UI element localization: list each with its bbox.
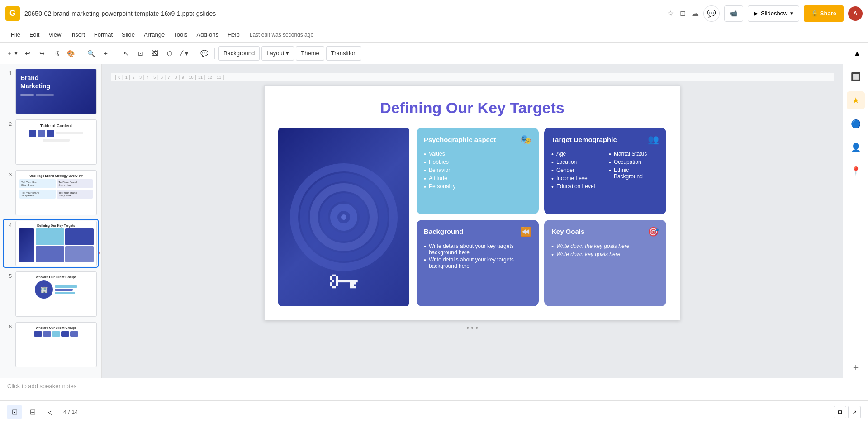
demo-item-6: Marital Status <box>609 150 659 158</box>
toolbar-right: ▲ <box>851 47 863 60</box>
keygoals-item-2: Write down key goals here <box>551 251 659 259</box>
menu-insert[interactable]: Insert <box>66 29 89 40</box>
title-right-area: 💬 📹 ▶ Slideshow ▾ 🔒 Share A <box>703 5 863 22</box>
add-button[interactable]: ＋ ▾ <box>5 46 19 61</box>
demo-item-2: Location <box>551 158 602 166</box>
add-panel-button[interactable]: ＋ <box>849 360 863 374</box>
background-card-icon: ⏪ <box>520 226 531 237</box>
background-card: Background ⏪ Write details about your ke… <box>417 220 539 307</box>
slide-num-2: 2 <box>5 119 12 127</box>
divider-2 <box>116 48 116 59</box>
layout-button[interactable]: Layout ▾ <box>261 46 294 61</box>
bottom-bar: ⊡ ⊞ ◁ 4 / 14 ⊡ ↗ <box>0 400 868 423</box>
collapse-toolbar-button[interactable]: ▲ <box>851 47 863 60</box>
keygoals-card-icon: 🎯 <box>648 226 659 237</box>
slide-thumb-3[interactable]: 3 One Page Brand Strategy Overview Tell … <box>4 169 98 216</box>
slides-panel-button[interactable]: ★ <box>847 91 865 109</box>
psychographic-item-1: Values <box>424 150 531 158</box>
main-content: 1 BrandMarketing 2 Table of Co <box>0 64 868 378</box>
keygoals-item-1: Write down the key goals here <box>551 242 659 251</box>
menu-view[interactable]: View <box>45 29 65 40</box>
menu-edit[interactable]: Edit <box>26 29 43 40</box>
keygoals-card-header: Key Goals 🎯 <box>551 226 659 237</box>
background-item-2: Write details about your key targets bac… <box>424 256 531 270</box>
psychographic-item-4: Attitude <box>424 175 531 183</box>
divider-4 <box>214 48 215 59</box>
menu-addons[interactable]: Add-ons <box>193 29 222 40</box>
transition-button[interactable]: Transition <box>326 46 362 61</box>
user-avatar[interactable]: A <box>848 6 863 21</box>
maze-image: 🗝 <box>278 128 409 306</box>
slide-body: 🗝 Psychographic aspect 🎭 Values Hobbies <box>278 128 666 306</box>
notes-area[interactable]: Click to add speaker notes <box>0 378 868 400</box>
slide-thumb-5[interactable]: 5 Who are Our Client Groups 🏢 <box>4 271 98 318</box>
slide-preview-4: Defining Our Key Targets <box>15 221 97 266</box>
demographic-card-icon: 👥 <box>648 134 659 145</box>
image-tool[interactable]: 🖼 <box>149 46 161 61</box>
expand-button[interactable]: ↗ <box>848 406 861 418</box>
google-button[interactable]: 🔵 <box>847 115 865 133</box>
document-title: 20650-02-brand-marketing-powerpoint-temp… <box>24 10 663 17</box>
slide-title-purple: Key Targets <box>478 99 564 116</box>
menu-format[interactable]: Format <box>90 29 116 40</box>
slide-canvas: Defining Our Key Targets 🗝 <box>264 85 680 320</box>
notes-placeholder: Click to add speaker notes <box>7 383 76 390</box>
zoom-in-button[interactable]: + <box>100 46 112 61</box>
undo-button[interactable]: ↩ <box>21 46 34 61</box>
background-item-1: Write details about your key targets bac… <box>424 242 531 256</box>
demographic-card: Target Demographic 👥 Age Location Gender… <box>544 128 666 214</box>
key-icon: 🗝 <box>328 266 360 297</box>
textbox-tool[interactable]: ⊡ <box>134 46 147 61</box>
share-button[interactable]: 🔒 Share <box>804 5 844 22</box>
psychographic-card-title: Psychographic aspect <box>424 136 496 143</box>
theme-button[interactable]: Theme <box>296 46 324 61</box>
slideshow-dropdown-icon: ▾ <box>790 10 793 17</box>
svg-point-5 <box>341 214 346 220</box>
meet-button[interactable]: 📹 <box>724 5 743 22</box>
comments-button[interactable]: 💬 <box>703 5 720 22</box>
zoom-out-button[interactable]: 🔍 <box>85 46 98 61</box>
menu-tools[interactable]: Tools <box>170 29 191 40</box>
bottom-right-controls: ⊡ ↗ <box>834 406 861 418</box>
demo-item-8: Ethnic Background <box>609 166 659 180</box>
background-button[interactable]: Background <box>218 46 260 61</box>
maps-button[interactable]: 📍 <box>847 162 865 180</box>
slide-thumb-1[interactable]: 1 BrandMarketing <box>4 68 98 115</box>
menu-arrange[interactable]: Arrange <box>140 29 168 40</box>
slide-thumb-2[interactable]: 2 Table of Content <box>4 119 98 166</box>
canvas-area[interactable]: │ 0 │ 1 │ 2 │ 3 │ 4 │ 5 │ 6 │ 7 │ 8 │ 9 … <box>102 64 843 378</box>
single-slide-view-button[interactable]: ⊡ <box>7 405 22 419</box>
menu-help[interactable]: Help <box>224 29 243 40</box>
present-button[interactable]: ⊡ <box>834 406 846 418</box>
background-card-header: Background ⏪ <box>424 226 531 237</box>
last-edit-label: Last edit was seconds ago <box>250 32 313 38</box>
demographic-card-header: Target Demographic 👥 <box>551 134 659 145</box>
comment-tool[interactable]: 💬 <box>198 46 211 61</box>
explore-panel-button[interactable]: 🔲 <box>847 68 865 86</box>
keep-button[interactable]: 👤 <box>847 138 865 157</box>
slide-thumb-4[interactable]: 4 Defining Our Key Targets ← <box>4 220 98 267</box>
menu-file[interactable]: File <box>7 29 24 40</box>
slideshow-button[interactable]: ▶ Slideshow ▾ <box>748 5 799 22</box>
slide-thumb-6[interactable]: 6 Who are Our Client Groups <box>4 321 98 368</box>
demographic-col2: Marital Status Occupation Ethnic Backgro… <box>609 150 659 191</box>
line-tool[interactable]: ╱ ▾ <box>178 46 190 61</box>
slide-num-1: 1 <box>5 69 12 76</box>
slide-title-black: Defining Our <box>380 99 477 116</box>
collapse-sidebar-button[interactable]: ◁ <box>43 406 56 418</box>
keygoals-card-list: Write down the key goals here Write down… <box>551 242 659 259</box>
cursor-tool[interactable]: ↖ <box>120 46 133 61</box>
divider-1 <box>81 48 81 59</box>
slide-dots: • • • <box>466 324 478 332</box>
slide-preview-6: Who are Our Client Groups <box>15 322 97 367</box>
grid-view-button[interactable]: ⊞ <box>25 405 40 419</box>
slide-num-4: 4 <box>5 221 12 228</box>
title-bar: G 20650-02-brand-marketing-powerpoint-te… <box>0 0 868 27</box>
shapes-tool[interactable]: ⬡ <box>163 46 176 61</box>
paint-format-button[interactable]: 🎨 <box>65 46 77 61</box>
slide1-content: BrandMarketing <box>16 69 96 114</box>
slide-counter: 4 / 14 <box>63 409 78 415</box>
menu-slide[interactable]: Slide <box>118 29 138 40</box>
print-button[interactable]: 🖨 <box>50 46 63 61</box>
redo-button[interactable]: ↪ <box>36 46 48 61</box>
